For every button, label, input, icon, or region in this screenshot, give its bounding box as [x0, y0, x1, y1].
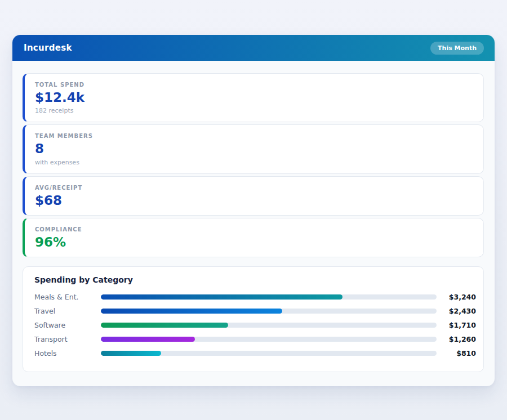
category-value: $2,430	[437, 307, 476, 315]
category-label: Travel	[34, 307, 101, 315]
category-value: $1,260	[437, 335, 476, 343]
stat-label: TEAM MEMBERS	[35, 133, 473, 139]
stat-card-avg-receipt: AVG/RECEIPT $68	[23, 176, 484, 216]
category-label: Meals & Ent.	[34, 293, 101, 301]
stat-card-compliance: COMPLIANCE 96%	[23, 218, 484, 257]
stat-label: AVG/RECEIPT	[35, 185, 473, 191]
category-row-transport: Transport $1,260	[34, 332, 476, 346]
category-value: $1,710	[437, 321, 476, 329]
bar-fill	[101, 309, 282, 314]
bar-fill	[101, 323, 228, 328]
stat-subtext: 182 receipts	[35, 107, 473, 114]
stat-value: 96%	[35, 235, 473, 249]
stat-card-total-spend: TOTAL SPEND $12.4k 182 receipts	[23, 73, 484, 122]
app-title: Incurdesk	[24, 43, 72, 53]
bar-fill	[101, 337, 195, 342]
bar-track	[101, 337, 437, 342]
category-label: Transport	[34, 335, 101, 343]
category-label: Hotels	[34, 349, 101, 358]
stat-value: $12.4k	[35, 91, 473, 105]
dashboard-card: Incurdesk This Month TOTAL SPEND $12.4k …	[12, 35, 495, 386]
stat-subtext: with expenses	[35, 159, 473, 166]
category-label: Software	[34, 321, 101, 329]
bar-track	[101, 294, 437, 300]
bar-fill	[101, 351, 161, 356]
spending-by-category-panel: Spending by Category Meals & Ent. $3,240…	[23, 266, 484, 372]
dashboard-content: TOTAL SPEND $12.4k 182 receipts TEAM MEM…	[12, 61, 495, 372]
bar-track	[101, 351, 437, 356]
stat-card-team-members: TEAM MEMBERS 8 with expenses	[23, 124, 484, 173]
stat-label: TOTAL SPEND	[35, 82, 473, 88]
panel-title: Spending by Category	[34, 275, 476, 284]
period-badge[interactable]: This Month	[430, 42, 484, 55]
app-header: Incurdesk This Month	[12, 35, 495, 61]
category-value: $810	[437, 349, 476, 358]
bar-track	[101, 309, 437, 314]
stat-value: $68	[35, 194, 473, 208]
category-row-software: Software $1,710	[34, 318, 476, 332]
category-value: $3,240	[437, 293, 476, 301]
category-row-travel: Travel $2,430	[34, 304, 476, 318]
category-row-meals: Meals & Ent. $3,240	[34, 290, 476, 304]
category-row-hotels: Hotels $810	[34, 346, 476, 360]
stat-value: 8	[35, 142, 473, 156]
bar-fill	[101, 294, 343, 300]
stat-label: COMPLIANCE	[35, 226, 473, 233]
bar-track	[101, 323, 437, 328]
